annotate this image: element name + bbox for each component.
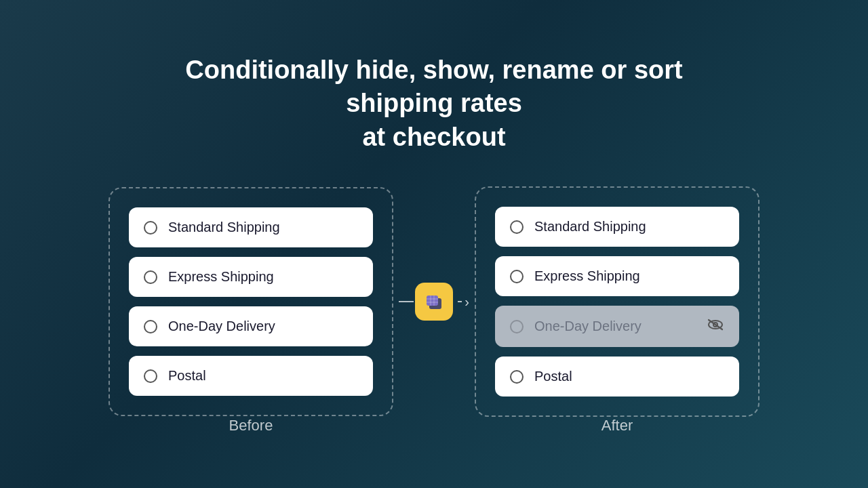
before-label: Before (108, 417, 393, 434)
before-oneday-delivery: One-Day Delivery (129, 306, 373, 346)
after-oneday-delivery-hidden: One-Day Delivery (495, 306, 739, 347)
comparison-row: Standard Shipping Express Shipping One-D… (108, 186, 760, 417)
labels-container: Before After (108, 417, 760, 434)
radio-postal-before (144, 369, 157, 383)
after-standard-shipping: Standard Shipping (495, 207, 739, 247)
app-plugin-icon (415, 283, 453, 321)
plugin-svg (422, 290, 446, 313)
radio-postal-after (510, 370, 524, 384)
before-standard-shipping: Standard Shipping (129, 207, 373, 247)
eye-hidden-icon (707, 318, 724, 335)
before-express-shipping: Express Shipping (129, 257, 373, 297)
after-panel: Standard Shipping Express Shipping One-D… (475, 186, 760, 417)
radio-express-before (144, 270, 157, 284)
after-postal: Postal (495, 357, 739, 396)
page-title: Conditionally hide, show, rename or sort… (129, 54, 739, 154)
before-panel: Standard Shipping Express Shipping One-D… (108, 187, 393, 416)
after-label: After (475, 417, 760, 434)
after-express-shipping: Express Shipping (495, 256, 739, 296)
before-postal: Postal (129, 356, 373, 396)
radio-standard-after (510, 220, 524, 234)
radio-oneday-after (510, 320, 524, 333)
svg-rect-1 (427, 296, 438, 306)
radio-oneday-before (144, 320, 157, 333)
radio-express-after (510, 270, 524, 283)
radio-standard-before (144, 221, 157, 235)
